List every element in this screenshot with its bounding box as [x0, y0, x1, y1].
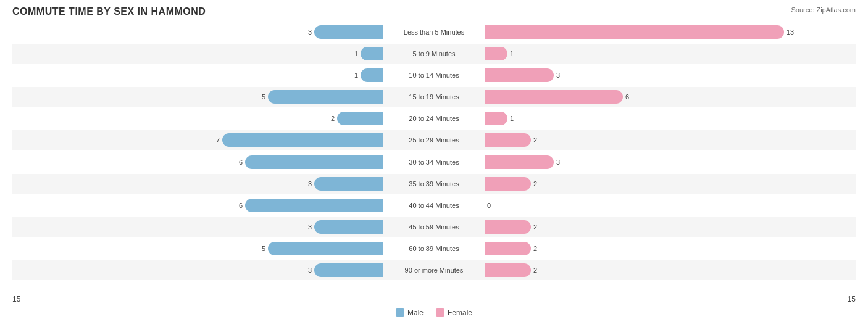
chart-area: 3 Less than 5 Minutes 13 1 5 to 9 Minute…: [12, 21, 856, 281]
female-value: 2: [533, 245, 537, 252]
bars-wrapper: 6 40 to 44 Minutes 0: [12, 196, 856, 215]
category-label: 25 to 29 Minutes: [385, 136, 483, 144]
right-section: 2: [483, 174, 856, 194]
male-bar: [245, 155, 383, 169]
right-section: 1: [483, 109, 856, 128]
left-section: 3: [12, 174, 385, 194]
legend: Male Female: [396, 308, 472, 317]
female-value: 2: [533, 266, 537, 274]
female-value: 1: [510, 50, 514, 57]
category-label: 5 to 9 Minutes: [385, 50, 483, 57]
female-bar: [485, 47, 507, 60]
female-bar: [485, 133, 531, 147]
bar-row: 3 45 to 59 Minutes 2: [12, 217, 856, 237]
bars-wrapper: 3 90 or more Minutes 2: [12, 260, 856, 280]
bars-wrapper: 5 60 to 89 Minutes 2: [12, 239, 856, 258]
female-bar: [485, 90, 623, 104]
female-value: 6: [625, 93, 629, 101]
right-section: 3: [483, 152, 856, 172]
bar-row: 2 20 to 24 Minutes 1: [12, 109, 856, 128]
female-bar: [485, 155, 554, 169]
male-bar: [337, 112, 383, 125]
female-bar: [485, 220, 531, 234]
female-value: 13: [787, 28, 794, 36]
axis-left-val: 15: [12, 295, 20, 303]
female-bar: [485, 263, 531, 277]
legend-male: Male: [396, 308, 424, 317]
female-value: 2: [533, 136, 537, 144]
bar-row: 7 25 to 29 Minutes 2: [12, 130, 856, 150]
left-section: 5: [12, 87, 385, 107]
bar-row: 1 10 to 14 Minutes 3: [12, 65, 856, 85]
male-bar: [361, 68, 383, 82]
category-label: 10 to 14 Minutes: [385, 72, 483, 79]
left-section: 3: [12, 22, 385, 42]
bar-row: 3 90 or more Minutes 2: [12, 260, 856, 280]
female-value: 3: [556, 72, 560, 79]
left-section: 1: [12, 65, 385, 85]
bars-wrapper: 5 15 to 19 Minutes 6: [12, 87, 856, 107]
bars-wrapper: 7 25 to 29 Minutes 2: [12, 130, 856, 150]
male-bar: [361, 47, 383, 60]
male-label: Male: [407, 308, 424, 317]
right-section: 3: [483, 65, 856, 85]
female-value: 1: [510, 115, 514, 122]
category-label: 20 to 24 Minutes: [385, 115, 483, 122]
category-label: 15 to 19 Minutes: [385, 93, 483, 101]
right-section: 2: [483, 260, 856, 280]
male-value: 7: [216, 136, 220, 144]
left-section: 7: [12, 130, 385, 150]
bars-wrapper: 2 20 to 24 Minutes 1: [12, 109, 856, 128]
female-value: 2: [533, 223, 537, 231]
male-value: 3: [308, 28, 312, 36]
bar-row: 6 40 to 44 Minutes 0: [12, 196, 856, 215]
bar-row: 3 Less than 5 Minutes 13: [12, 22, 856, 42]
bars-wrapper: 3 Less than 5 Minutes 13: [12, 22, 856, 42]
right-section: 2: [483, 239, 856, 258]
female-bar: [485, 25, 784, 39]
female-value: 3: [556, 159, 560, 166]
right-section: 6: [483, 87, 856, 107]
male-bar: [314, 220, 383, 234]
source-text: Source: ZipAtlas.com: [791, 6, 856, 14]
male-value: 6: [239, 159, 243, 166]
female-label: Female: [448, 308, 472, 317]
female-value: 2: [533, 180, 537, 188]
male-bar: [268, 242, 383, 255]
female-swatch: [436, 308, 444, 317]
male-value: 5: [262, 93, 265, 101]
axis-right-val: 15: [848, 295, 856, 303]
male-value: 6: [239, 202, 243, 209]
left-section: 6: [12, 152, 385, 172]
legend-female: Female: [436, 308, 472, 317]
female-value: 0: [487, 202, 491, 209]
male-value: 3: [308, 180, 312, 188]
right-section: 0: [483, 196, 856, 215]
female-bar: [485, 68, 554, 82]
bars-wrapper: 3 35 to 39 Minutes 2: [12, 174, 856, 194]
left-section: 6: [12, 196, 385, 215]
male-bar: [314, 25, 383, 39]
bars-wrapper: 6 30 to 34 Minutes 3: [12, 152, 856, 172]
bars-wrapper: 1 5 to 9 Minutes 1: [12, 44, 856, 64]
left-section: 3: [12, 260, 385, 280]
male-value: 3: [308, 266, 312, 274]
category-label: 90 or more Minutes: [385, 266, 483, 274]
bar-row: 5 60 to 89 Minutes 2: [12, 239, 856, 258]
male-value: 1: [354, 50, 358, 57]
left-section: 2: [12, 109, 385, 128]
left-section: 5: [12, 239, 385, 258]
male-value: 1: [354, 72, 358, 79]
chart-title: COMMUTE TIME BY SEX IN HAMMOND: [12, 6, 856, 17]
right-section: 2: [483, 130, 856, 150]
category-label: Less than 5 Minutes: [385, 28, 483, 36]
category-label: 45 to 59 Minutes: [385, 223, 483, 231]
category-label: 60 to 89 Minutes: [385, 245, 483, 252]
left-section: 1: [12, 44, 385, 64]
category-label: 35 to 39 Minutes: [385, 180, 483, 188]
bars-wrapper: 3 45 to 59 Minutes 2: [12, 217, 856, 237]
male-value: 5: [262, 245, 265, 252]
chart-container: COMMUTE TIME BY SEX IN HAMMOND Source: Z…: [0, 0, 868, 322]
male-bar: [222, 133, 383, 147]
bar-row: 3 35 to 39 Minutes 2: [12, 174, 856, 194]
